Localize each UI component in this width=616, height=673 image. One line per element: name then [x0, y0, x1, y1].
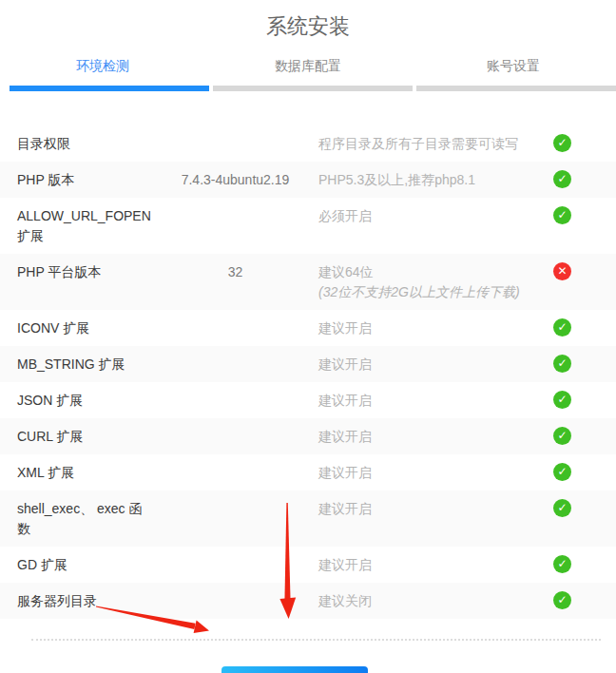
check-row: 目录权限 程序目录及所有子目录需要可读写 ✓ — [0, 125, 616, 162]
check-requirement-text: 建议开启 — [318, 555, 553, 575]
check-current-value: 32 — [152, 254, 318, 290]
check-requirement: 建议开启 — [318, 454, 553, 490]
check-current-value — [152, 490, 318, 507]
check-status-cell: ✓ — [553, 310, 616, 336]
check-icon: ✓ — [553, 318, 571, 336]
check-status-cell: ✓ — [553, 125, 616, 152]
check-label: ICONV 扩展 — [17, 310, 152, 346]
check-current-value: 7.4.3-4ubuntu2.19 — [152, 162, 318, 198]
progress-segment-3 — [416, 86, 616, 91]
check-current-value — [152, 583, 318, 599]
check-requirement: 建议开启 — [318, 547, 553, 583]
check-requirement-text: 建议64位 — [318, 262, 553, 282]
check-requirement: 建议开启 — [318, 490, 553, 527]
check-label: MB_STRING 扩展 — [17, 346, 152, 382]
check-current-value — [152, 418, 318, 434]
check-requirement-note: (32位不支持2G以上文件上传下载) — [318, 282, 553, 302]
check-status-cell: ✓ — [553, 547, 616, 573]
tab-database-config[interactable]: 数据库配置 — [205, 56, 411, 75]
check-label: GD 扩展 — [17, 547, 152, 583]
install-wizard-page: 系统安装 环境检测 数据库配置 账号设置 目录权限 程序目录及所有子目录需要可读… — [0, 0, 616, 673]
check-current-value — [152, 454, 318, 471]
skip-button[interactable]: 跳过 — [221, 666, 368, 673]
check-requirement: 建议开启 — [318, 418, 553, 454]
check-requirement-text: 建议开启 — [318, 499, 553, 519]
check-icon: ✓ — [553, 170, 571, 188]
check-status-cell: ✓ — [553, 346, 616, 373]
check-icon: ✓ — [553, 355, 571, 373]
check-row: 服务器列目录 建议关闭 ✓ — [0, 583, 616, 619]
check-requirement: 建议开启 — [318, 310, 553, 346]
check-current-value — [152, 125, 318, 142]
check-requirement: 建议开启 — [318, 382, 553, 418]
check-requirement: 程序目录及所有子目录需要可读写 — [318, 125, 553, 162]
check-requirement-text: 建议开启 — [318, 355, 553, 375]
check-status-cell: ✓ — [553, 198, 616, 224]
tab-account-settings[interactable]: 账号设置 — [411, 56, 616, 75]
check-table: 目录权限 程序目录及所有子目录需要可读写 ✓ PHP 版本 7.4.3-4ubu… — [0, 125, 616, 619]
check-label: PHP 平台版本 — [17, 254, 152, 290]
check-label: ALLOW_URL_FOPEN 扩展 — [17, 198, 152, 254]
check-row: JSON 扩展 建议开启 ✓ — [0, 382, 616, 418]
cross-icon: ✕ — [553, 262, 571, 280]
check-requirement-text: 建议开启 — [318, 318, 553, 338]
check-row: XML 扩展 建议开启 ✓ — [0, 454, 616, 490]
check-icon: ✓ — [553, 499, 571, 517]
check-icon: ✓ — [553, 555, 571, 573]
check-requirement: 建议64位 (32位不支持2G以上文件上传下载) — [318, 254, 553, 310]
check-row: PHP 版本 7.4.3-4ubuntu2.19 PHP5.3及以上,推荐php… — [0, 162, 616, 198]
progress-segment-1 — [10, 86, 209, 91]
footer-divider — [31, 639, 601, 641]
check-label: JSON 扩展 — [17, 382, 152, 418]
check-row: shell_exec、 exec 函数 建议开启 ✓ — [0, 490, 616, 547]
check-requirement-text: 程序目录及所有子目录需要可读写 — [318, 134, 553, 154]
check-icon: ✓ — [553, 134, 571, 152]
check-current-value — [152, 198, 318, 214]
check-status-cell: ✕ — [553, 254, 616, 280]
tab-environment-check[interactable]: 环境检测 — [0, 56, 205, 75]
check-label: XML 扩展 — [17, 454, 152, 490]
check-label: 服务器列目录 — [17, 583, 152, 619]
check-icon: ✓ — [553, 591, 571, 609]
check-row: CURL 扩展 建议开启 ✓ — [0, 418, 616, 454]
check-label: PHP 版本 — [17, 162, 152, 198]
check-requirement: PHP5.3及以上,推荐php8.1 — [318, 162, 553, 198]
check-requirement: 建议关闭 — [318, 583, 553, 619]
check-icon: ✓ — [553, 391, 571, 409]
check-current-value — [152, 346, 318, 362]
check-status-cell: ✓ — [553, 418, 616, 445]
check-status-cell: ✓ — [553, 382, 616, 409]
check-current-value — [152, 382, 318, 398]
check-row: ALLOW_URL_FOPEN 扩展 必须开启 ✓ — [0, 198, 616, 254]
progress-segment-2 — [213, 86, 413, 91]
check-status-cell: ✓ — [553, 490, 616, 517]
step-progress-bar — [10, 86, 616, 91]
check-label: shell_exec、 exec 函数 — [17, 490, 152, 547]
check-row: GD 扩展 建议开启 ✓ — [0, 547, 616, 583]
check-current-value — [152, 310, 318, 326]
check-label: 目录权限 — [17, 125, 152, 162]
step-tabs: 环境检测 数据库配置 账号设置 — [0, 56, 616, 75]
check-requirement-text: PHP5.3及以上,推荐php8.1 — [318, 170, 553, 190]
check-requirement-text: 建议开启 — [318, 463, 553, 483]
check-requirement-text: 必须开启 — [318, 206, 553, 226]
check-row: MB_STRING 扩展 建议开启 ✓ — [0, 346, 616, 382]
check-label: CURL 扩展 — [17, 418, 152, 454]
check-requirement: 建议开启 — [318, 346, 553, 382]
check-icon: ✓ — [553, 427, 571, 445]
check-row: PHP 平台版本 32 建议64位 (32位不支持2G以上文件上传下载) ✕ — [0, 254, 616, 310]
check-requirement-text: 建议开启 — [318, 391, 553, 411]
check-requirement-text: 建议开启 — [318, 427, 553, 447]
check-current-value — [152, 547, 318, 563]
check-status-cell: ✓ — [553, 162, 616, 188]
footer-actions: 跳过 帮助 — [0, 666, 616, 673]
check-requirement-text: 建议关闭 — [318, 591, 553, 611]
check-icon: ✓ — [553, 206, 571, 224]
check-status-cell: ✓ — [553, 454, 616, 481]
page-title: 系统安装 — [0, 0, 616, 40]
check-requirement: 必须开启 — [318, 198, 553, 234]
check-icon: ✓ — [553, 463, 571, 481]
check-status-cell: ✓ — [553, 583, 616, 609]
check-row: ICONV 扩展 建议开启 ✓ — [0, 310, 616, 346]
